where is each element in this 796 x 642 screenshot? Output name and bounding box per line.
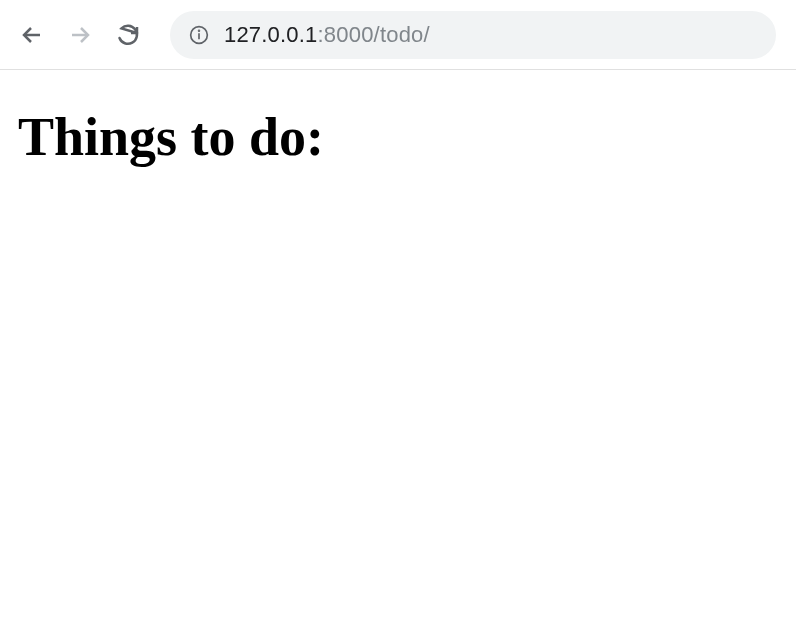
site-info-button[interactable]	[188, 24, 210, 46]
page-title: Things to do:	[18, 106, 778, 168]
reload-button[interactable]	[116, 23, 140, 47]
url-path: :8000/todo/	[318, 22, 430, 47]
browser-toolbar: 127.0.0.1:8000/todo/	[0, 0, 796, 70]
url-host: 127.0.0.1	[224, 22, 318, 47]
arrow-right-icon	[68, 23, 92, 47]
back-button[interactable]	[20, 23, 44, 47]
nav-buttons	[20, 23, 140, 47]
url-text: 127.0.0.1:8000/todo/	[224, 22, 430, 48]
forward-button[interactable]	[68, 23, 92, 47]
info-icon	[189, 25, 209, 45]
svg-point-4	[199, 30, 200, 31]
address-bar[interactable]: 127.0.0.1:8000/todo/	[170, 11, 776, 59]
reload-icon	[116, 23, 140, 47]
page-content: Things to do:	[0, 70, 796, 204]
arrow-left-icon	[20, 23, 44, 47]
